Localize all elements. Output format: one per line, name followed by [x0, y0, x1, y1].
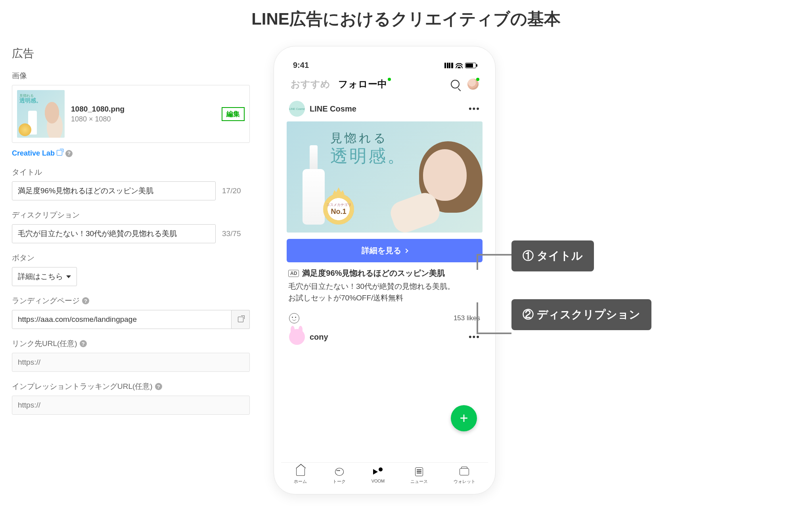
page-title: LINE広告におけるクリエイティブの基本: [0, 0, 812, 46]
talk-icon: [335, 468, 344, 476]
cta-button[interactable]: 詳細を見る: [287, 239, 483, 262]
post-avatar[interactable]: LINE Cosme: [289, 101, 305, 117]
ad-no1-badge: コスメカテゴリ No.1: [323, 194, 354, 225]
badge-category: コスメカテゴリ: [326, 202, 351, 208]
profile-avatar[interactable]: [467, 79, 479, 90]
nav-voom-label: VOOM: [372, 479, 385, 483]
chevron-right-icon: [404, 248, 408, 253]
thumb-badge-graphic: [19, 123, 31, 136]
voom-icon: [373, 467, 383, 476]
open-url-button[interactable]: [232, 310, 250, 329]
link-url-label: リンク先URL(任意) ?: [12, 338, 250, 349]
phone-mockup: 9:41 おすすめ フォロー中: [274, 46, 496, 494]
tab-following-label: フォロー中: [338, 79, 387, 89]
nav-home[interactable]: ホーム: [294, 467, 307, 485]
thumb-person-graphic: [41, 102, 65, 138]
callout-description: ② ディスクリプション: [511, 299, 651, 330]
nav-home-label: ホーム: [294, 479, 307, 485]
more-icon[interactable]: •••: [469, 104, 480, 114]
next-post-username[interactable]: cony: [310, 333, 328, 342]
post-username[interactable]: LINE Cosme: [310, 104, 356, 113]
link-url-input[interactable]: [12, 353, 250, 372]
likes-count[interactable]: 153 likes: [454, 314, 480, 322]
home-icon: [296, 468, 305, 476]
description-input[interactable]: [12, 224, 216, 243]
status-time: 9:41: [293, 61, 309, 70]
landing-page-label-text: ランディングページ: [12, 296, 80, 306]
button-label: ボタン: [12, 253, 250, 263]
cta-label: 詳細を見る: [362, 245, 401, 256]
creative-lab-label: Creative Lab: [12, 149, 55, 157]
help-icon[interactable]: ?: [65, 150, 73, 157]
nav-wallet-label: ウォレット: [454, 479, 475, 485]
callout-title: ① タイトル: [511, 240, 594, 271]
ad-creative-image[interactable]: 見惚れる 透明感。 コスメカテゴリ No.1: [287, 121, 483, 233]
ad-bottle-graphic: [303, 145, 325, 225]
more-icon[interactable]: •••: [469, 332, 480, 342]
battery-icon: [465, 63, 476, 68]
tab-following[interactable]: フォロー中: [338, 78, 391, 90]
bottom-nav: ホーム トーク VOOM ニュース: [281, 462, 488, 487]
cony-avatar[interactable]: [289, 329, 305, 345]
wallet-icon: [460, 468, 469, 475]
external-link-icon: [238, 317, 243, 322]
ad-title: 満足度96%見惚れるほどのスッピン美肌: [302, 268, 445, 279]
landing-page-input[interactable]: [12, 310, 232, 329]
signal-icon: [444, 63, 453, 68]
external-link-icon: [57, 150, 62, 156]
wifi-icon: [456, 63, 463, 68]
crown-icon: [333, 187, 345, 194]
impression-url-label-text: インプレッショントラッキングURL(任意): [12, 381, 153, 392]
notification-dot-icon: [388, 78, 391, 81]
title-char-count: 17/20: [222, 187, 250, 195]
nav-news[interactable]: ニュース: [410, 467, 428, 485]
nav-voom[interactable]: VOOM: [372, 467, 385, 485]
nav-wallet[interactable]: ウォレット: [454, 467, 475, 485]
form-heading: 広告: [12, 46, 250, 61]
landing-page-label: ランディングページ ?: [12, 296, 250, 306]
image-dimensions: 1080 × 1080: [71, 115, 215, 123]
image-card: 見惚れる 透明感。 1080_1080.png 1080 × 1080 編集: [12, 85, 250, 143]
badge-rank: No.1: [331, 208, 346, 216]
reaction-icon[interactable]: [289, 313, 299, 323]
button-dropdown-value: 詳細はこちら: [18, 271, 63, 282]
link-url-label-text: リンク先URL(任意): [12, 338, 77, 349]
nav-talk-label: トーク: [333, 479, 346, 485]
title-label: タイトル: [12, 167, 250, 177]
impression-url-label: インプレッショントラッキングURL(任意) ?: [12, 381, 250, 392]
chevron-down-icon: [66, 275, 71, 278]
plus-icon: +: [460, 410, 468, 427]
compose-fab[interactable]: +: [451, 405, 477, 431]
help-icon[interactable]: ?: [80, 340, 87, 347]
thumb-caption-2: 透明感。: [19, 97, 42, 104]
image-label: 画像: [12, 71, 250, 81]
nav-talk[interactable]: トーク: [333, 467, 346, 485]
help-icon[interactable]: ?: [82, 297, 89, 304]
button-dropdown[interactable]: 詳細はこちら: [12, 267, 77, 286]
ad-description-line2: お試しセットが70%OFF/送料無料: [288, 292, 481, 304]
description-char-count: 33/75: [222, 229, 250, 238]
tab-recommend[interactable]: おすすめ: [291, 78, 330, 90]
impression-url-input[interactable]: [12, 396, 250, 415]
title-input[interactable]: [12, 181, 216, 200]
edit-image-button[interactable]: 編集: [222, 107, 245, 121]
description-label: ディスクリプション: [12, 210, 250, 220]
ad-description-line1: 毛穴が目立たない！30代が絶賛の見惚れる美肌。: [288, 281, 481, 292]
ad-person-graphic: [383, 137, 483, 233]
news-icon: [415, 467, 423, 476]
ad-headline-1: 見惚れる: [330, 130, 388, 146]
nav-news-label: ニュース: [410, 479, 428, 485]
creative-lab-link[interactable]: Creative Lab: [12, 149, 62, 158]
status-bar: 9:41: [281, 54, 488, 73]
ad-form-panel: 広告 画像 見惚れる 透明感。 1080_1080.png 1080 × 108…: [12, 46, 250, 494]
ad-badge: AD: [288, 270, 299, 277]
image-filename: 1080_1080.png: [71, 105, 215, 113]
search-icon[interactable]: [451, 80, 460, 88]
help-icon[interactable]: ?: [155, 383, 162, 390]
image-thumbnail[interactable]: 見惚れる 透明感。: [17, 90, 65, 138]
